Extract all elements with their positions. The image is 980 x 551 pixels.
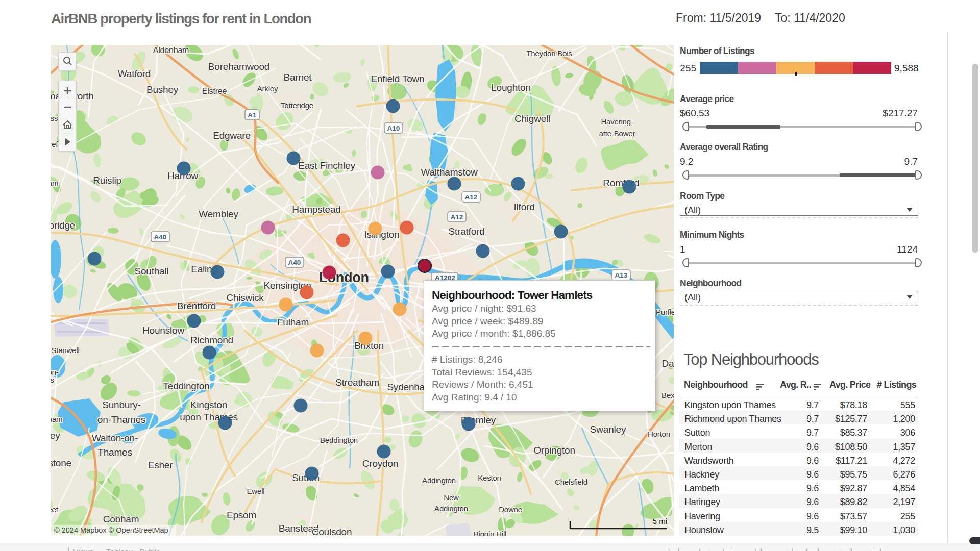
svg-text:Walton-on-: Walton-on- [92, 433, 138, 443]
svg-text:estone: estone [51, 458, 71, 468]
svg-text:Borehamwood: Borehamwood [208, 61, 270, 72]
svg-text:eham: eham [51, 415, 62, 423]
svg-text:© 2024 Mapbox © OpenStreetMap: © 2024 Mapbox © OpenStreetMap [54, 526, 168, 534]
svg-text:Hounslow: Hounslow [142, 325, 184, 336]
svg-text:Teddington: Teddington [163, 381, 210, 391]
svg-text:New: New [444, 493, 459, 502]
svg-text:A12: A12 [451, 213, 463, 221]
svg-text:Fulham: Fulham [277, 317, 309, 328]
svg-text:Hampstead: Hampstead [292, 204, 340, 215]
svg-text:A10: A10 [387, 124, 400, 132]
svg-text:Sunbury-: Sunbury- [102, 399, 141, 410]
svg-text:Downe: Downe [499, 505, 522, 514]
svg-text:Enfield Town: Enfield Town [371, 73, 425, 84]
svg-text:Loughton: Loughton [491, 82, 531, 93]
svg-text:Beddington: Beddington [320, 436, 358, 444]
svg-text:Addington: Addington [434, 504, 468, 513]
svg-text:Dartford: Dartford [662, 358, 674, 369]
svg-text:5 mi: 5 mi [653, 517, 667, 525]
svg-text:A40: A40 [154, 233, 167, 241]
svg-text:Havering-: Havering- [601, 117, 633, 126]
svg-text:Chigwell: Chigwell [514, 113, 550, 124]
svg-text:Bexley: Bexley [662, 391, 674, 399]
svg-text:Keston: Keston [478, 473, 501, 482]
svg-text:Purfleet: Purfleet [656, 308, 674, 316]
svg-text:Ewell: Ewell [247, 487, 265, 495]
svg-text:Richmond: Richmond [190, 335, 233, 345]
svg-text:Barnet: Barnet [284, 72, 312, 83]
svg-text:Streatham: Streatham [335, 377, 379, 388]
svg-text:Theydon Bois: Theydon Bois [526, 49, 572, 58]
svg-text:Brentford: Brentford [177, 300, 216, 311]
svg-text:atte-Bower: atte-Bower [599, 129, 635, 138]
svg-text:A1: A1 [248, 111, 257, 119]
svg-text:oss: oss [51, 114, 58, 122]
svg-text:A12: A12 [465, 193, 478, 201]
svg-text:Totteridge: Totteridge [281, 101, 313, 110]
svg-text:Arkley: Arkley [257, 84, 278, 93]
svg-text:Ilford: Ilford [513, 202, 534, 212]
svg-text:Elstree: Elstree [202, 87, 227, 95]
svg-text:Stanwell: Stanwell [51, 346, 79, 355]
svg-text:Bushey: Bushey [146, 84, 179, 95]
svg-text:am: am [51, 179, 58, 187]
svg-text:Swanley: Swanley [590, 424, 626, 435]
svg-text:Orpington: Orpington [533, 445, 575, 456]
svg-text:Horton: Horton [648, 430, 670, 438]
svg-text:Epsom: Epsom [227, 510, 256, 520]
svg-text:Uxbridge: Uxbridge [51, 220, 75, 231]
svg-text:Biggin Hill: Biggin Hill [474, 530, 507, 536]
svg-text:Coulsdon: Coulsdon [312, 527, 352, 536]
svg-text:Aldenham: Aldenham [153, 46, 189, 55]
svg-text:Esher: Esher [148, 460, 174, 470]
svg-text:Croydon: Croydon [362, 458, 398, 469]
svg-text:Southall: Southall [134, 266, 168, 277]
svg-text:A13: A13 [615, 271, 628, 279]
svg-text:Stratford: Stratford [448, 226, 484, 237]
svg-text:Wembley: Wembley [199, 209, 238, 219]
svg-text:Addington: Addington [422, 476, 456, 485]
svg-text:Chelsfield: Chelsfield [555, 478, 587, 486]
svg-text:East Finchley: East Finchley [298, 160, 355, 171]
svg-text:Thames: Thames [97, 447, 132, 458]
svg-text:A40: A40 [288, 259, 301, 266]
svg-text:Cobham: Cobham [103, 514, 139, 524]
svg-text:leet: leet [51, 505, 59, 514]
svg-text:s: s [51, 375, 54, 384]
svg-text:on-Thames: on-Thames [97, 414, 145, 425]
svg-text:Ruislip: Ruislip [93, 175, 121, 186]
svg-text:Watford: Watford [118, 68, 151, 79]
svg-text:Walthamstow: Walthamstow [421, 167, 478, 178]
svg-text:sey: sey [51, 430, 60, 441]
svg-text:Kingston: Kingston [190, 399, 227, 410]
svg-text:Chiswick: Chiswick [226, 292, 264, 303]
svg-text:Edgware: Edgware [213, 130, 251, 141]
